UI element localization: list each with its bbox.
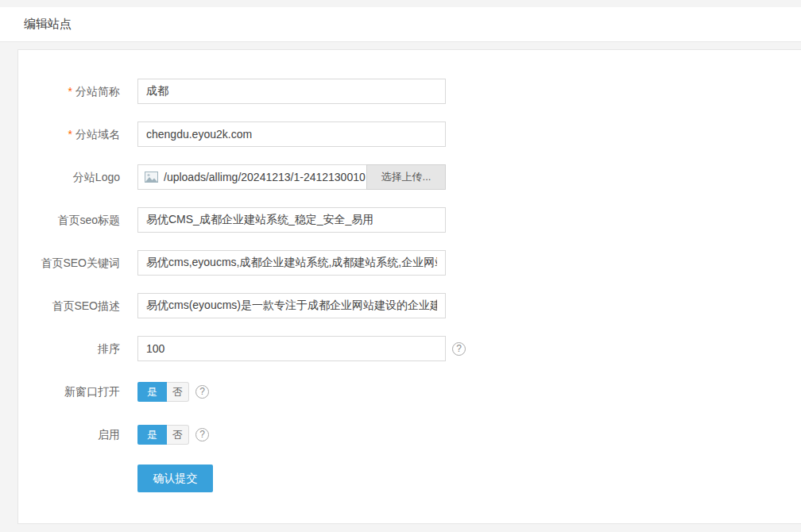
form-row-seo-title: 首页seo标题 (18, 207, 801, 233)
form-row-seo-keywords: 首页SEO关键词 (18, 250, 801, 276)
toggle-no-button[interactable]: 否 (167, 425, 189, 445)
edit-site-form-panel: *分站简称 *分站域名 分站Logo 选择上传... 首页seo标题 (17, 49, 801, 524)
form-row-site-logo: 分站Logo 选择上传... (18, 164, 801, 190)
form-row-seo-description: 首页SEO描述 (18, 293, 801, 318)
toggle-yes-button[interactable]: 是 (137, 382, 167, 402)
field-label: *分站简称 (18, 79, 120, 104)
sort-order-label: 排序 (18, 336, 120, 361)
site-domain-label: 分站域名 (75, 128, 120, 141)
seo-title-label: 首页seo标题 (18, 207, 120, 233)
form-row-site-name: *分站简称 (18, 79, 801, 104)
form-row-sort-order: 排序 ? (18, 336, 801, 361)
site-domain-input[interactable] (137, 121, 446, 147)
help-icon[interactable]: ? (195, 385, 209, 399)
toggle-no-button[interactable]: 否 (167, 382, 189, 402)
page-title: 编辑站点 (24, 17, 72, 32)
open-new-window-label: 新窗口打开 (18, 379, 120, 404)
submit-button[interactable]: 确认提交 (137, 465, 213, 492)
seo-description-input[interactable] (137, 293, 446, 318)
edit-site-form: *分站简称 *分站域名 分站Logo 选择上传... 首页seo标题 (18, 50, 801, 492)
site-name-input[interactable] (137, 79, 446, 104)
field-label: *分站域名 (18, 121, 120, 147)
form-row-enabled: 启用 是 否 ? (18, 422, 801, 447)
seo-title-input[interactable] (137, 207, 446, 233)
form-row-site-domain: *分站域名 (18, 121, 801, 147)
logo-upload-field: 选择上传... (137, 164, 446, 190)
help-icon[interactable]: ? (452, 342, 466, 356)
toggle-yes-button[interactable]: 是 (137, 425, 167, 445)
seo-keywords-input[interactable] (137, 250, 446, 276)
required-asterisk: * (68, 128, 72, 141)
help-icon[interactable]: ? (195, 428, 209, 441)
open-new-window-toggle: 是 否 (137, 382, 189, 402)
site-logo-label: 分站Logo (18, 164, 120, 190)
sort-order-input[interactable] (137, 336, 446, 361)
site-name-label: 分站简称 (75, 85, 120, 98)
enabled-toggle: 是 否 (137, 425, 189, 445)
seo-description-label: 首页SEO描述 (18, 293, 120, 318)
choose-upload-button[interactable]: 选择上传... (366, 164, 446, 190)
enabled-label: 启用 (18, 422, 120, 447)
form-row-open-new-window: 新窗口打开 是 否 ? (18, 379, 801, 404)
seo-keywords-label: 首页SEO关键词 (18, 250, 120, 276)
required-asterisk: * (68, 85, 72, 98)
page-header: 编辑站点 (0, 7, 801, 42)
form-row-submit: 确认提交 (18, 465, 801, 492)
